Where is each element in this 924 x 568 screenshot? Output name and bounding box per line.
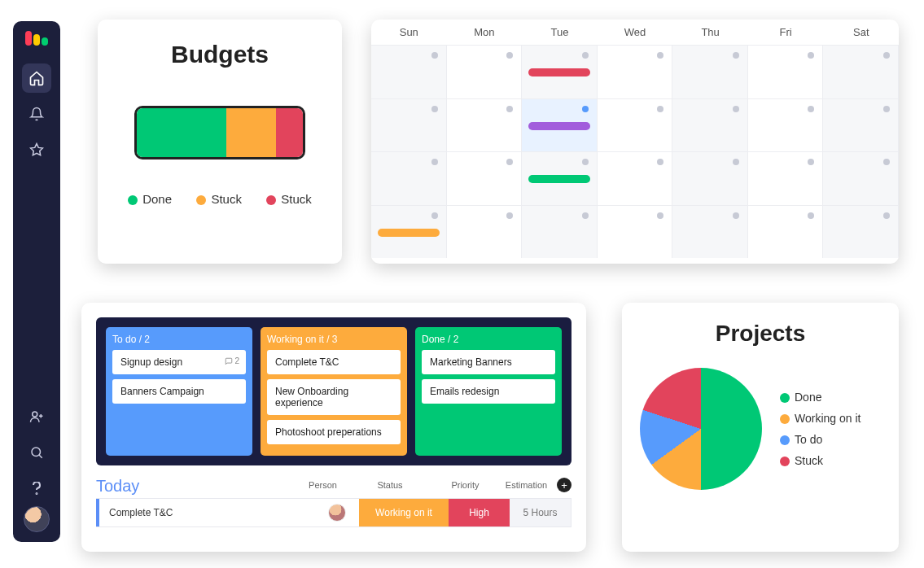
budgets-title: Budgets xyxy=(116,41,324,68)
date-dot-icon xyxy=(808,159,814,165)
calendar-grid[interactable] xyxy=(371,45,899,258)
col-person: Person xyxy=(300,477,345,493)
projects-title: Projects xyxy=(640,321,881,347)
date-dot-icon xyxy=(808,52,814,59)
date-dot-icon xyxy=(657,212,663,219)
calendar-cell[interactable] xyxy=(522,205,598,259)
calendar-cell[interactable] xyxy=(823,45,899,98)
calendar-cell[interactable] xyxy=(522,45,598,98)
kanban-card[interactable]: Banners Campaign xyxy=(112,379,246,404)
legend-item: Stuck xyxy=(266,192,312,206)
calendar-cell[interactable] xyxy=(447,98,523,152)
calendar-cell[interactable] xyxy=(522,151,598,205)
calendar-cell[interactable] xyxy=(522,98,598,152)
col-estimation: Estimation xyxy=(496,477,557,493)
calendar-cell[interactable] xyxy=(748,151,824,205)
date-dot-icon xyxy=(733,159,739,165)
date-dot-icon xyxy=(657,106,663,112)
calendar-cell[interactable] xyxy=(447,45,523,98)
date-dot-icon xyxy=(582,159,589,165)
task-estimation[interactable]: 5 Hours xyxy=(510,499,571,526)
calendar-cell[interactable] xyxy=(598,98,673,152)
calendar-cell[interactable] xyxy=(447,151,523,205)
budgets-battery-chart xyxy=(134,106,305,159)
calendar-cell[interactable] xyxy=(598,205,673,259)
calendar-header: Sun Mon Tue Wed Thu Fri Sat xyxy=(371,20,899,45)
home-icon[interactable] xyxy=(22,63,51,93)
date-dot-icon xyxy=(506,52,513,59)
kanban-card[interactable]: Signup design2 xyxy=(112,350,246,374)
calendar-cell[interactable] xyxy=(748,98,824,152)
help-icon[interactable] xyxy=(22,474,51,503)
date-dot-icon xyxy=(883,159,890,165)
day-header: Sun xyxy=(371,20,447,45)
calendar-cell[interactable] xyxy=(371,151,447,205)
avatar xyxy=(328,504,346,522)
task-status[interactable]: Working on it xyxy=(359,499,449,526)
legend-item: Done xyxy=(780,391,861,404)
date-dot-icon xyxy=(506,106,513,112)
date-dot-icon xyxy=(582,106,589,112)
date-dot-icon xyxy=(431,106,438,112)
calendar-cell[interactable] xyxy=(598,151,673,205)
calendar-cell[interactable] xyxy=(672,205,748,259)
kanban-column[interactable]: Working on it / 3Complete T&CNew Onboard… xyxy=(261,327,407,456)
calendar-cell[interactable] xyxy=(672,151,748,205)
kanban-card[interactable]: Complete T&C xyxy=(267,350,401,374)
svg-point-1 xyxy=(33,412,37,417)
kanban-card[interactable]: Emails redesign xyxy=(422,379,555,404)
projects-legend: Done Working on it To do Stuck xyxy=(780,382,861,475)
day-header: Mon xyxy=(447,20,523,45)
calendar-cell[interactable] xyxy=(823,205,899,259)
calendar-cell[interactable] xyxy=(371,98,447,152)
search-icon[interactable] xyxy=(22,438,51,467)
calendar-cell[interactable] xyxy=(748,205,824,259)
budget-segment-stuck-1 xyxy=(226,108,276,157)
calendar-cell[interactable] xyxy=(672,45,748,98)
kanban-column[interactable]: Done / 2Marketing BannersEmails redesign xyxy=(415,327,562,456)
calendar-cell[interactable] xyxy=(447,205,523,259)
svg-point-2 xyxy=(32,448,41,457)
task-priority[interactable]: High xyxy=(449,499,510,526)
calendar-cell[interactable] xyxy=(672,98,748,152)
projects-pie-chart xyxy=(640,368,762,490)
kanban-column[interactable]: To do / 2Signup design2Banners Campaign xyxy=(106,327,252,456)
date-dot-icon xyxy=(808,106,814,112)
day-header: Wed xyxy=(598,20,673,45)
budget-segment-stuck-2 xyxy=(276,108,303,157)
legend-item: Stuck xyxy=(780,454,861,467)
date-dot-icon xyxy=(506,159,513,165)
add-user-icon[interactable] xyxy=(22,402,51,431)
svg-point-3 xyxy=(37,493,37,494)
calendar-event[interactable] xyxy=(528,175,590,183)
avatar[interactable] xyxy=(24,506,50,532)
date-dot-icon xyxy=(808,212,814,219)
calendar-cell[interactable] xyxy=(823,98,899,152)
kanban-card[interactable]: Photoshoot preperations xyxy=(267,420,401,444)
date-dot-icon xyxy=(883,212,890,219)
table-row[interactable]: Complete T&C Working on it High 5 Hours xyxy=(96,498,571,527)
calendar-cell[interactable] xyxy=(371,45,447,98)
date-dot-icon xyxy=(506,212,513,219)
kanban-card[interactable]: New Onboarding experience xyxy=(267,379,401,415)
calendar-event[interactable] xyxy=(528,122,590,130)
add-column-button[interactable]: + xyxy=(557,478,571,492)
column-title: Working on it / 3 xyxy=(267,334,401,345)
kanban-card[interactable]: Marketing Banners xyxy=(422,350,555,374)
calendar-event[interactable] xyxy=(528,68,590,76)
legend-item: To do xyxy=(780,433,861,446)
calendar-event[interactable] xyxy=(378,229,440,237)
calendar-cell[interactable] xyxy=(823,151,899,205)
today-section: Today Person Status Priority Estimation … xyxy=(96,477,571,527)
star-icon[interactable] xyxy=(22,135,51,164)
bell-icon[interactable] xyxy=(22,99,51,129)
task-person[interactable] xyxy=(314,499,359,526)
calendar-cell[interactable] xyxy=(598,45,673,98)
kanban-card: To do / 2Signup design2Banners CampaignW… xyxy=(81,303,586,552)
date-dot-icon xyxy=(431,212,438,219)
date-dot-icon xyxy=(733,52,739,59)
table-header: Person Status Priority Estimation + xyxy=(139,477,571,493)
calendar-cell[interactable] xyxy=(748,45,824,98)
svg-marker-0 xyxy=(31,144,43,155)
calendar-cell[interactable] xyxy=(371,205,447,259)
